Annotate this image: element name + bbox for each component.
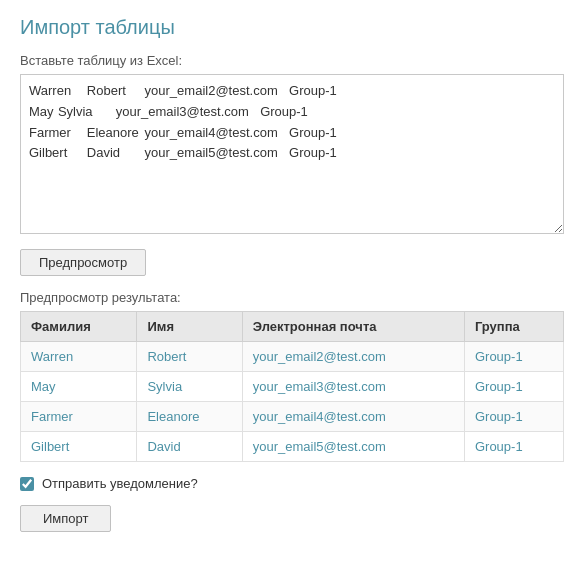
table-header-cell: Имя — [137, 312, 242, 342]
table-cell: Group-1 — [464, 372, 563, 402]
table-header-cell: Группа — [464, 312, 563, 342]
table-row: FarmerEleanoreyour_email4@test.comGroup-… — [21, 402, 564, 432]
textarea-label: Вставьте таблицу из Excel: — [20, 53, 564, 68]
table-cell: Gilbert — [21, 432, 137, 462]
table-cell: your_email3@test.com — [242, 372, 464, 402]
table-cell: Sylvia — [137, 372, 242, 402]
table-row: GilbertDavidyour_email5@test.comGroup-1 — [21, 432, 564, 462]
table-header-cell: Электронная почта — [242, 312, 464, 342]
table-cell: Farmer — [21, 402, 137, 432]
table-cell: Warren — [21, 342, 137, 372]
preview-table: ФамилияИмяЭлектронная почтаГруппа Warren… — [20, 311, 564, 462]
table-cell: Group-1 — [464, 402, 563, 432]
table-row: WarrenRobertyour_email2@test.comGroup-1 — [21, 342, 564, 372]
table-cell: your_email4@test.com — [242, 402, 464, 432]
table-cell: David — [137, 432, 242, 462]
table-cell: Group-1 — [464, 342, 563, 372]
page-title: Импорт таблицы — [20, 16, 564, 39]
notify-label: Отправить уведомление? — [42, 476, 198, 491]
table-cell: Group-1 — [464, 432, 563, 462]
import-button[interactable]: Импорт — [20, 505, 111, 532]
table-header-row: ФамилияИмяЭлектронная почтаГруппа — [21, 312, 564, 342]
notify-checkbox[interactable] — [20, 477, 34, 491]
table-cell: Eleanore — [137, 402, 242, 432]
result-label: Предпросмотр результата: — [20, 290, 564, 305]
table-cell: May — [21, 372, 137, 402]
excel-paste-input[interactable] — [20, 74, 564, 234]
table-cell: your_email5@test.com — [242, 432, 464, 462]
table-cell: your_email2@test.com — [242, 342, 464, 372]
table-cell: Robert — [137, 342, 242, 372]
table-row: MaySylviayour_email3@test.comGroup-1 — [21, 372, 564, 402]
preview-button[interactable]: Предпросмотр — [20, 249, 146, 276]
table-header-cell: Фамилия — [21, 312, 137, 342]
